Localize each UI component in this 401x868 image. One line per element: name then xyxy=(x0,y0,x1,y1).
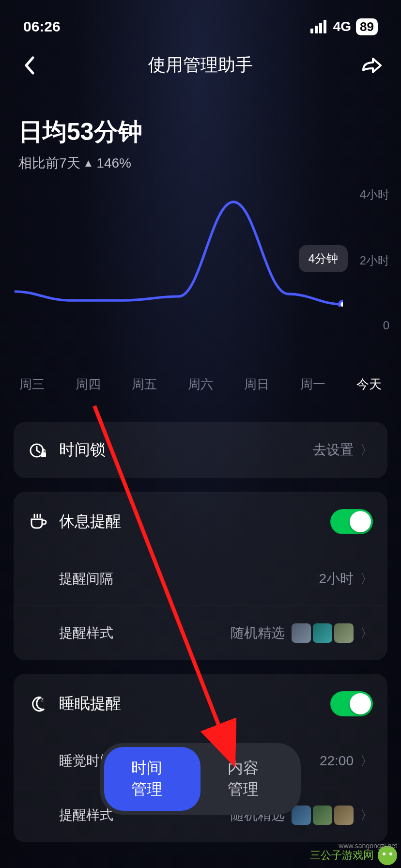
tab-content-management[interactable]: 内容管理 xyxy=(200,747,297,811)
battery-indicator: 89 xyxy=(356,18,378,35)
svg-point-0 xyxy=(339,301,343,306)
time-lock-row[interactable]: 时间锁 去设置 〉 xyxy=(14,422,387,478)
bottom-tab-bar: 时间管理 内容管理 xyxy=(100,743,301,815)
sleep-time-value: 22:00 xyxy=(320,753,354,769)
svg-text:z: z xyxy=(41,697,44,702)
chevron-right-icon: 〉 xyxy=(360,807,373,824)
signal-icon xyxy=(310,20,326,33)
status-time: 06:26 xyxy=(23,18,61,35)
watermark-url: www.sangongzi.net xyxy=(339,842,397,850)
status-right: 4G 89 xyxy=(310,18,378,35)
interval-label: 提醒间隔 xyxy=(59,570,113,588)
x-tick: 周五 xyxy=(132,376,157,393)
rest-reminder-label: 休息提醒 xyxy=(59,511,121,532)
status-bar: 06:26 4G 89 xyxy=(0,0,401,44)
trend-value: 146% xyxy=(96,155,131,171)
sleep-reminder-toggle[interactable] xyxy=(330,691,373,716)
rest-reminder-card: 休息提醒 提醒间隔 2小时 〉 提醒样式 随机精选 〉 xyxy=(14,492,387,660)
trend-line: 相比前7天 ▲ 146% xyxy=(18,154,383,172)
x-tick: 周四 xyxy=(76,376,101,393)
sleep-reminder-label: 睡眠提醒 xyxy=(59,693,121,714)
avg-usage: 日均53分钟 xyxy=(18,116,383,148)
chevron-right-icon: 〉 xyxy=(360,442,373,459)
watermark-text: 三公子游戏网 xyxy=(310,848,374,863)
reminder-interval-row[interactable]: 提醒间隔 2小时 〉 xyxy=(14,552,387,605)
time-lock-card: 时间锁 去设置 〉 xyxy=(14,422,387,478)
style-label: 提醒样式 xyxy=(59,624,113,642)
summary-block: 日均53分钟 相比前7天 ▲ 146% xyxy=(0,82,401,177)
interval-value: 2小时 xyxy=(319,570,354,588)
up-arrow-icon: ▲ xyxy=(83,157,94,170)
x-tick: 周一 xyxy=(300,376,325,393)
chart-tooltip: 4分钟 xyxy=(299,245,348,272)
x-tick: 周六 xyxy=(188,376,213,393)
back-button[interactable] xyxy=(17,54,41,77)
usage-chart[interactable]: 4小时 2小时 0 4分钟 xyxy=(0,187,401,361)
coffee-icon xyxy=(28,512,47,531)
header: 使用管理助手 xyxy=(0,44,401,82)
tab-time-management[interactable]: 时间管理 xyxy=(104,747,200,811)
style-value: 随机精选 xyxy=(231,624,285,642)
y-axis-labels: 4小时 2小时 0 xyxy=(360,187,389,332)
chevron-left-icon xyxy=(23,56,35,75)
x-tick: 周日 xyxy=(244,376,269,393)
style-thumbnails xyxy=(292,806,354,825)
time-lock-label: 时间锁 xyxy=(59,439,106,461)
rest-reminder-row: 休息提醒 xyxy=(14,492,387,552)
svg-rect-2 xyxy=(41,452,46,457)
trend-prefix: 相比前7天 xyxy=(18,154,80,172)
x-tick: 周三 xyxy=(19,376,45,393)
sleep-style-label: 提醒样式 xyxy=(59,806,113,824)
x-tick-active: 今天 xyxy=(356,376,382,393)
page-title: 使用管理助手 xyxy=(148,53,253,77)
time-lock-action: 去设置 xyxy=(313,441,354,459)
network-label: 4G xyxy=(333,19,351,34)
rest-reminder-toggle[interactable] xyxy=(330,509,373,534)
share-icon xyxy=(361,56,383,75)
chevron-right-icon: 〉 xyxy=(360,571,373,588)
moon-icon: z xyxy=(28,694,47,713)
timer-lock-icon xyxy=(28,440,47,460)
style-thumbnails xyxy=(292,623,354,643)
chevron-right-icon: 〉 xyxy=(360,753,373,770)
chevron-right-icon: 〉 xyxy=(360,625,373,642)
chart-svg xyxy=(15,187,343,307)
reminder-style-row[interactable]: 提醒样式 随机精选 〉 xyxy=(14,605,387,660)
share-button[interactable] xyxy=(360,54,384,77)
sleep-reminder-row: z 睡眠提醒 xyxy=(14,674,387,734)
x-axis: 周三 周四 周五 周六 周日 周一 今天 xyxy=(0,361,401,393)
